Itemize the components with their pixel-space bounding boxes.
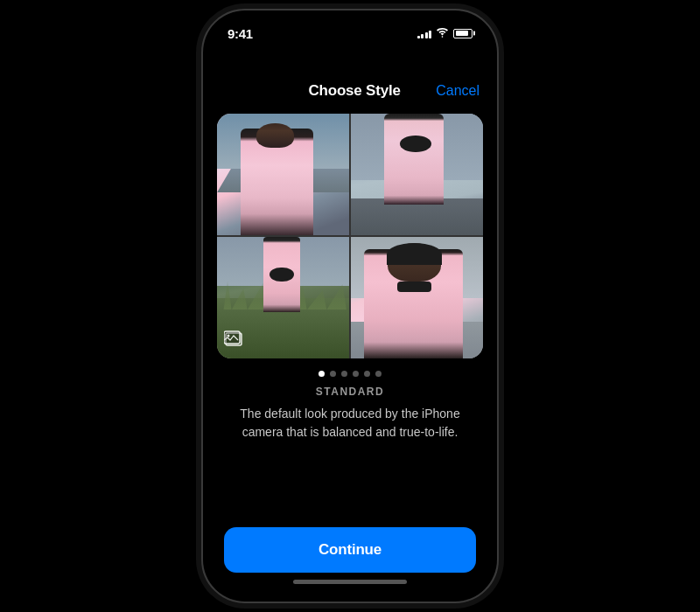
svg-point-2 (228, 335, 230, 337)
indicator-dot-4 (353, 371, 359, 377)
face-1 (256, 123, 293, 148)
style-description: The default look produced by the iPhone … (217, 405, 483, 442)
photo-cell-4[interactable] (351, 237, 483, 358)
photo-grid[interactable] (217, 114, 483, 358)
indicator-dot-3 (341, 371, 347, 377)
head-3 (270, 268, 293, 282)
style-name-label: STANDARD (316, 386, 384, 398)
signal-bar-4 (429, 31, 431, 38)
phone-screen: 9:41 (203, 10, 497, 602)
indicator-dot-1 (318, 371, 325, 377)
indicator-dot-5 (364, 371, 370, 377)
status-icons (417, 27, 473, 40)
signal-bar-2 (421, 34, 424, 38)
dynamic-island (302, 49, 398, 75)
photo-cell-1[interactable] (217, 114, 349, 235)
person-2 (384, 114, 444, 205)
signal-bars-icon (417, 29, 432, 38)
home-indicator (293, 580, 407, 584)
hair-4 (387, 243, 442, 265)
photo-cell-3[interactable] (217, 237, 349, 358)
status-time: 9:41 (228, 26, 253, 41)
main-content: STANDARD The default look produced by th… (203, 107, 497, 517)
battery-fill (456, 31, 468, 36)
cancel-button[interactable]: Cancel (436, 83, 480, 99)
indicator-dot-6 (375, 371, 382, 377)
photo-cell-2[interactable] (351, 114, 483, 235)
stack-photos-icon (224, 330, 245, 351)
status-bar: 9:41 (203, 10, 497, 49)
nav-bar: Choose Style Cancel (203, 79, 497, 107)
bottom-area: Continue (203, 517, 497, 602)
battery-icon (453, 29, 472, 38)
signal-bar-1 (417, 36, 420, 38)
page-indicators (318, 371, 382, 377)
signal-bar-3 (425, 32, 428, 38)
indicator-dot-2 (330, 371, 336, 377)
nav-title: Choose Style (308, 82, 400, 100)
phone-frame: 9:41 (201, 9, 499, 603)
continue-button[interactable]: Continue (224, 527, 476, 573)
collar-4 (397, 282, 431, 291)
wifi-icon (436, 27, 449, 40)
